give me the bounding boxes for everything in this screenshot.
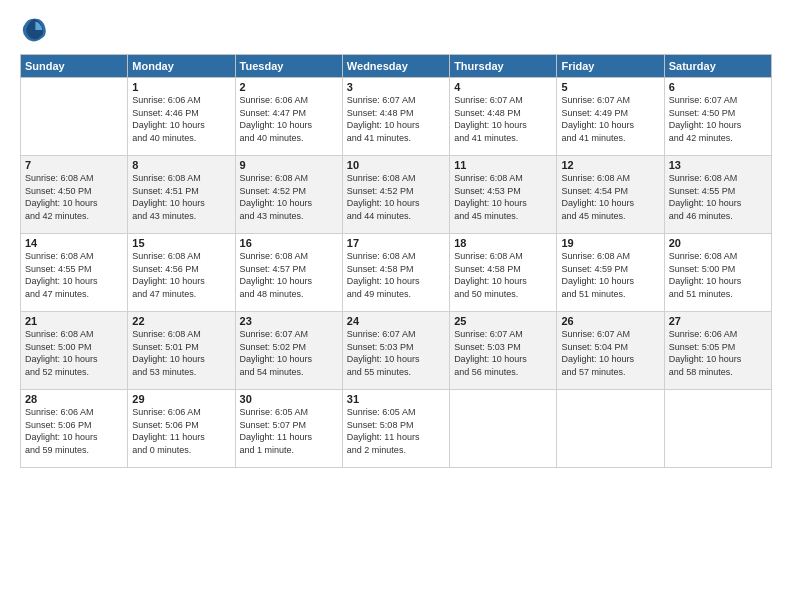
logo [20,16,52,44]
day-info: Sunrise: 6:08 AM Sunset: 4:52 PM Dayligh… [347,172,445,222]
day-number: 15 [132,237,230,249]
day-number: 26 [561,315,659,327]
day-info: Sunrise: 6:06 AM Sunset: 5:06 PM Dayligh… [132,406,230,456]
day-cell: 27Sunrise: 6:06 AM Sunset: 5:05 PM Dayli… [664,312,771,390]
day-info: Sunrise: 6:07 AM Sunset: 5:03 PM Dayligh… [347,328,445,378]
calendar-header: SundayMondayTuesdayWednesdayThursdayFrid… [21,55,772,78]
week-row-4: 21Sunrise: 6:08 AM Sunset: 5:00 PM Dayli… [21,312,772,390]
day-number: 27 [669,315,767,327]
day-info: Sunrise: 6:05 AM Sunset: 5:07 PM Dayligh… [240,406,338,456]
day-info: Sunrise: 6:08 AM Sunset: 4:58 PM Dayligh… [454,250,552,300]
day-info: Sunrise: 6:08 AM Sunset: 4:52 PM Dayligh… [240,172,338,222]
day-number: 16 [240,237,338,249]
day-cell: 24Sunrise: 6:07 AM Sunset: 5:03 PM Dayli… [342,312,449,390]
header-cell-friday: Friday [557,55,664,78]
calendar-table: SundayMondayTuesdayWednesdayThursdayFrid… [20,54,772,468]
day-info: Sunrise: 6:08 AM Sunset: 4:51 PM Dayligh… [132,172,230,222]
day-info: Sunrise: 6:08 AM Sunset: 4:55 PM Dayligh… [669,172,767,222]
header-cell-sunday: Sunday [21,55,128,78]
day-info: Sunrise: 6:06 AM Sunset: 4:46 PM Dayligh… [132,94,230,144]
day-number: 2 [240,81,338,93]
day-cell: 19Sunrise: 6:08 AM Sunset: 4:59 PM Dayli… [557,234,664,312]
day-info: Sunrise: 6:07 AM Sunset: 5:02 PM Dayligh… [240,328,338,378]
day-cell: 2Sunrise: 6:06 AM Sunset: 4:47 PM Daylig… [235,78,342,156]
day-number: 18 [454,237,552,249]
day-info: Sunrise: 6:08 AM Sunset: 4:56 PM Dayligh… [132,250,230,300]
header-cell-thursday: Thursday [450,55,557,78]
day-number: 9 [240,159,338,171]
day-cell: 8Sunrise: 6:08 AM Sunset: 4:51 PM Daylig… [128,156,235,234]
day-cell: 6Sunrise: 6:07 AM Sunset: 4:50 PM Daylig… [664,78,771,156]
day-cell: 22Sunrise: 6:08 AM Sunset: 5:01 PM Dayli… [128,312,235,390]
day-number: 29 [132,393,230,405]
day-info: Sunrise: 6:08 AM Sunset: 4:57 PM Dayligh… [240,250,338,300]
day-number: 13 [669,159,767,171]
day-info: Sunrise: 6:08 AM Sunset: 4:58 PM Dayligh… [347,250,445,300]
day-number: 28 [25,393,123,405]
week-row-3: 14Sunrise: 6:08 AM Sunset: 4:55 PM Dayli… [21,234,772,312]
day-cell: 28Sunrise: 6:06 AM Sunset: 5:06 PM Dayli… [21,390,128,468]
day-number: 14 [25,237,123,249]
day-number: 22 [132,315,230,327]
day-cell: 14Sunrise: 6:08 AM Sunset: 4:55 PM Dayli… [21,234,128,312]
day-cell: 12Sunrise: 6:08 AM Sunset: 4:54 PM Dayli… [557,156,664,234]
day-info: Sunrise: 6:08 AM Sunset: 4:55 PM Dayligh… [25,250,123,300]
day-number: 19 [561,237,659,249]
day-cell: 29Sunrise: 6:06 AM Sunset: 5:06 PM Dayli… [128,390,235,468]
day-cell: 26Sunrise: 6:07 AM Sunset: 5:04 PM Dayli… [557,312,664,390]
day-cell: 17Sunrise: 6:08 AM Sunset: 4:58 PM Dayli… [342,234,449,312]
day-info: Sunrise: 6:07 AM Sunset: 5:03 PM Dayligh… [454,328,552,378]
day-info: Sunrise: 6:08 AM Sunset: 4:50 PM Dayligh… [25,172,123,222]
day-cell: 16Sunrise: 6:08 AM Sunset: 4:57 PM Dayli… [235,234,342,312]
day-info: Sunrise: 6:07 AM Sunset: 5:04 PM Dayligh… [561,328,659,378]
day-number: 7 [25,159,123,171]
day-cell: 13Sunrise: 6:08 AM Sunset: 4:55 PM Dayli… [664,156,771,234]
header-cell-wednesday: Wednesday [342,55,449,78]
calendar-body: 1Sunrise: 6:06 AM Sunset: 4:46 PM Daylig… [21,78,772,468]
day-cell: 5Sunrise: 6:07 AM Sunset: 4:49 PM Daylig… [557,78,664,156]
day-cell: 10Sunrise: 6:08 AM Sunset: 4:52 PM Dayli… [342,156,449,234]
day-number: 10 [347,159,445,171]
day-number: 17 [347,237,445,249]
day-number: 4 [454,81,552,93]
header-cell-monday: Monday [128,55,235,78]
day-number: 11 [454,159,552,171]
day-cell: 31Sunrise: 6:05 AM Sunset: 5:08 PM Dayli… [342,390,449,468]
header [20,16,772,44]
day-info: Sunrise: 6:07 AM Sunset: 4:48 PM Dayligh… [347,94,445,144]
page: SundayMondayTuesdayWednesdayThursdayFrid… [0,0,792,612]
day-number: 21 [25,315,123,327]
day-number: 20 [669,237,767,249]
day-cell: 3Sunrise: 6:07 AM Sunset: 4:48 PM Daylig… [342,78,449,156]
header-cell-saturday: Saturday [664,55,771,78]
header-cell-tuesday: Tuesday [235,55,342,78]
day-number: 6 [669,81,767,93]
day-cell: 4Sunrise: 6:07 AM Sunset: 4:48 PM Daylig… [450,78,557,156]
day-cell [664,390,771,468]
day-number: 8 [132,159,230,171]
week-row-1: 1Sunrise: 6:06 AM Sunset: 4:46 PM Daylig… [21,78,772,156]
day-cell: 23Sunrise: 6:07 AM Sunset: 5:02 PM Dayli… [235,312,342,390]
day-info: Sunrise: 6:05 AM Sunset: 5:08 PM Dayligh… [347,406,445,456]
day-number: 3 [347,81,445,93]
day-cell: 20Sunrise: 6:08 AM Sunset: 5:00 PM Dayli… [664,234,771,312]
day-info: Sunrise: 6:06 AM Sunset: 5:05 PM Dayligh… [669,328,767,378]
day-info: Sunrise: 6:07 AM Sunset: 4:50 PM Dayligh… [669,94,767,144]
day-number: 25 [454,315,552,327]
day-number: 23 [240,315,338,327]
day-number: 31 [347,393,445,405]
day-cell [450,390,557,468]
day-cell: 11Sunrise: 6:08 AM Sunset: 4:53 PM Dayli… [450,156,557,234]
day-info: Sunrise: 6:08 AM Sunset: 4:53 PM Dayligh… [454,172,552,222]
day-info: Sunrise: 6:07 AM Sunset: 4:49 PM Dayligh… [561,94,659,144]
day-cell: 21Sunrise: 6:08 AM Sunset: 5:00 PM Dayli… [21,312,128,390]
day-info: Sunrise: 6:08 AM Sunset: 5:00 PM Dayligh… [25,328,123,378]
day-number: 5 [561,81,659,93]
day-cell: 15Sunrise: 6:08 AM Sunset: 4:56 PM Dayli… [128,234,235,312]
day-cell: 18Sunrise: 6:08 AM Sunset: 4:58 PM Dayli… [450,234,557,312]
day-info: Sunrise: 6:08 AM Sunset: 5:01 PM Dayligh… [132,328,230,378]
day-cell [557,390,664,468]
day-info: Sunrise: 6:08 AM Sunset: 4:54 PM Dayligh… [561,172,659,222]
day-info: Sunrise: 6:07 AM Sunset: 4:48 PM Dayligh… [454,94,552,144]
day-cell: 7Sunrise: 6:08 AM Sunset: 4:50 PM Daylig… [21,156,128,234]
